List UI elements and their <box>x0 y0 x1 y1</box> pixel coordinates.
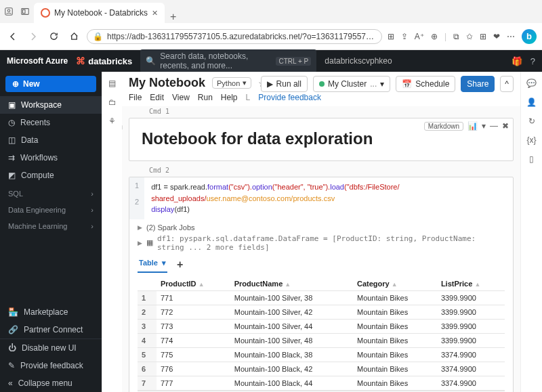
feedback-icon: ✎ <box>8 361 15 370</box>
shopping-icon[interactable]: ⊞ <box>388 32 394 41</box>
sidebar-item-workspace[interactable]: ▣Workspace <box>0 96 102 114</box>
last-edit: L <box>246 93 251 102</box>
extensions-icon[interactable]: ❤ <box>493 32 500 41</box>
svg-point-1 <box>7 9 10 12</box>
notebook-title[interactable]: My Notebook <box>129 76 205 90</box>
spark-jobs-toggle[interactable]: ▶(2) Spark Jobs <box>138 222 505 233</box>
result-table: ProductID ▲ ProductName ▲ Category ▲ Lis… <box>138 277 505 391</box>
address-bar[interactable]: 🔒 https://adb-1363117955737105.5.azureda… <box>87 29 382 44</box>
cell-code[interactable]: 1 2 df1 = spark.read.format("csv").optio… <box>129 177 514 392</box>
cluster-selector[interactable]: My Cluster...▾ <box>313 76 390 92</box>
search-icon: 🔍 <box>146 56 156 66</box>
sidebar-item-disable-ui[interactable]: ⏻Disable new UI <box>0 339 102 357</box>
menu-help[interactable]: Help <box>221 93 238 102</box>
power-icon: ⏻ <box>8 343 16 353</box>
toc-icon[interactable]: ▤ <box>108 79 116 88</box>
cell-run-handle[interactable]: ▢ <box>122 123 123 131</box>
help-icon[interactable]: ? <box>530 56 535 66</box>
table-row[interactable]: 4774Mountain-100 Silver, 48Mountain Bike… <box>138 333 505 347</box>
tabstrip-icon[interactable] <box>20 7 30 16</box>
chart-icon[interactable]: 📊 <box>467 121 478 131</box>
folder-icon[interactable]: 🗀 <box>108 97 117 107</box>
back-button[interactable] <box>5 29 20 44</box>
right-rail: 💬 👤 ↻ {x} ▯ <box>520 72 542 392</box>
table-row[interactable]: 2772Mountain-100 Silver, 42Mountain Bike… <box>138 305 505 319</box>
sidebar-item-feedback[interactable]: ✎Provide feedback <box>0 357 102 374</box>
share-button[interactable]: Share <box>461 76 495 92</box>
sidebar-item-compute[interactable]: ◩Compute <box>0 167 102 184</box>
col-listprice[interactable]: ListPrice ▲ <box>437 277 505 291</box>
provide-feedback-link[interactable]: Provide feedback <box>258 93 321 102</box>
close-tab-icon[interactable]: ✕ <box>152 9 158 18</box>
global-search[interactable]: 🔍 Search data, notebooks, recents, and m… <box>140 49 316 72</box>
profile-icon[interactable] <box>4 7 14 16</box>
table-row[interactable]: 6776Mountain-100 Black, 42Mountain Bikes… <box>138 362 505 376</box>
sidebar-section-ml[interactable]: Machine Learning› <box>0 217 102 233</box>
browser-tab[interactable]: My Notebook - Databricks ✕ <box>34 3 165 23</box>
sidebar-item-collapse[interactable]: «Collapse menu <box>0 374 102 392</box>
read-aloud-icon[interactable]: A⁺ <box>415 32 424 41</box>
code-editor[interactable]: 1 2 df1 = spark.read.format("csv").optio… <box>129 177 513 219</box>
chevron-down-icon: ▾ <box>243 79 247 87</box>
table-row[interactable]: 3773Mountain-100 Silver, 44Mountain Bike… <box>138 319 505 333</box>
schema-tree-icon[interactable]: ⚘ <box>108 116 116 126</box>
tab-title: My Notebook - Databricks <box>54 8 148 18</box>
table-row[interactable]: 1771Mountain-100 Silver, 38Mountain Bike… <box>138 290 505 305</box>
close-cell-icon[interactable]: ✖ <box>502 121 509 131</box>
chevron-down-icon[interactable]: ▾ <box>482 121 486 131</box>
new-tab-button[interactable]: + <box>165 11 182 23</box>
col-productid[interactable]: ProductID ▲ <box>157 277 230 291</box>
home-button[interactable] <box>66 29 81 44</box>
table-row[interactable]: 5775Mountain-100 Black, 38Mountain Bikes… <box>138 347 505 362</box>
col-category[interactable]: Category ▲ <box>353 277 437 291</box>
favorites-icon[interactable]: ✩ <box>466 32 473 41</box>
bing-chat-icon[interactable]: b <box>522 29 537 44</box>
menu-file[interactable]: File <box>129 93 142 102</box>
databricks-logo[interactable]: ⌘databricks <box>76 56 132 66</box>
sidebar-item-partner[interactable]: 🔗Partner Connect <box>0 321 102 339</box>
bar-icon[interactable]: ▯ <box>529 154 534 164</box>
gift-icon[interactable]: 🎁 <box>512 56 522 66</box>
collapse-icon: « <box>8 378 13 388</box>
history-icon[interactable]: ↻ <box>528 116 535 126</box>
language-selector[interactable]: Python▾ <box>212 77 251 89</box>
workspace-icon: ▣ <box>8 100 16 110</box>
table-row[interactable]: 7777Mountain-100 Black, 44Mountain Bikes… <box>138 376 505 390</box>
variables-icon[interactable]: {x} <box>526 135 536 145</box>
sidebar-item-data[interactable]: ◫Data <box>0 131 102 149</box>
sidebar-section-de[interactable]: Data Engineering› <box>0 200 102 217</box>
calendar-icon: 📅 <box>402 79 412 89</box>
add-viz-button[interactable]: + <box>177 259 183 271</box>
menu-edit[interactable]: Edit <box>150 93 164 102</box>
zoom-icon[interactable]: ⊕ <box>431 32 438 41</box>
more-icon[interactable]: ⋯ <box>507 32 515 41</box>
sidebar-item-marketplace[interactable]: 🏪Marketplace <box>0 303 102 321</box>
share-icon[interactable]: ⇪ <box>401 32 408 41</box>
refresh-button[interactable] <box>46 29 61 44</box>
browser-toolbar: 🔒 https://adb-1363117955737105.5.azureda… <box>0 23 542 50</box>
data-icon: ◫ <box>8 135 16 145</box>
ebook-icon[interactable]: ⧉ <box>453 32 459 41</box>
link-icon: 🔗 <box>8 325 18 334</box>
col-productname[interactable]: ProductName ▲ <box>230 277 353 291</box>
search-shortcut: CTRL + P <box>276 57 311 66</box>
schema-toggle[interactable]: ▶▦df1: pyspark.sql.dataframe.DataFrame =… <box>138 233 505 253</box>
schedule-button[interactable]: 📅Schedule <box>396 76 455 92</box>
new-button[interactable]: ⊕New <box>5 76 96 92</box>
sidebar-item-recents[interactable]: ◷Recents <box>0 114 102 131</box>
notebook-more-button[interactable]: ^ <box>500 76 514 92</box>
forward-button[interactable] <box>26 29 41 44</box>
run-all-button[interactable]: ▶Run all <box>261 76 308 92</box>
sidebar-item-workflows[interactable]: ⇉Workflows <box>0 149 102 167</box>
workspace-name[interactable]: databrickscvphkeo <box>325 56 392 66</box>
markdown-badge: Markdown <box>424 122 463 131</box>
cell-markdown[interactable]: ▢ Markdown 📊 ▾ — ✖ Notebook for data exp… <box>129 118 514 161</box>
assistant-icon[interactable]: 👤 <box>526 97 537 107</box>
minimize-cell-icon[interactable]: — <box>490 121 498 131</box>
collections-icon[interactable]: ⊞ <box>480 32 486 41</box>
sidebar-section-sql[interactable]: SQL› <box>0 184 102 200</box>
table-tab[interactable]: Table▾ <box>138 257 167 273</box>
comments-icon[interactable]: 💬 <box>526 79 537 88</box>
menu-run[interactable]: Run <box>198 93 213 102</box>
menu-view[interactable]: View <box>172 93 190 102</box>
